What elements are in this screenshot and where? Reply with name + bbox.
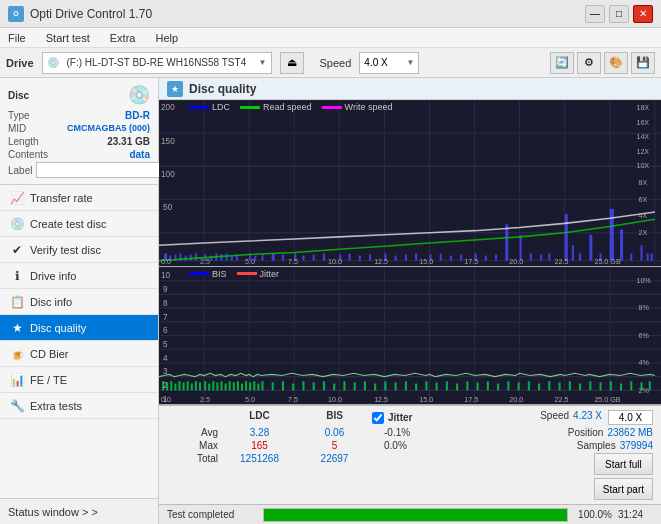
svg-rect-180 bbox=[649, 381, 651, 390]
total-row: Total 1251268 22697 Start full Start par… bbox=[159, 452, 661, 501]
svg-rect-130 bbox=[212, 381, 214, 390]
nav-label-drive-info: Drive info bbox=[30, 270, 76, 282]
svg-rect-65 bbox=[589, 235, 592, 261]
avg-bis: 0.06 bbox=[297, 427, 372, 438]
extra-tests-icon: 🔧 bbox=[10, 399, 24, 413]
label-input[interactable] bbox=[36, 162, 169, 178]
type-value: BD-R bbox=[125, 110, 150, 121]
max-row: Max 165 5 0.0% Samples 379994 bbox=[159, 439, 661, 452]
disc-type-row: Type BD-R bbox=[8, 110, 150, 121]
svg-rect-134 bbox=[229, 381, 231, 390]
svg-rect-53 bbox=[460, 255, 462, 261]
svg-text:10: 10 bbox=[161, 270, 170, 281]
svg-text:8%: 8% bbox=[638, 303, 649, 312]
disc-quality-title: Disc quality bbox=[189, 82, 256, 96]
eject-button[interactable]: ⏏ bbox=[280, 52, 304, 74]
length-label: Length bbox=[8, 136, 39, 147]
total-ldc: 1251268 bbox=[222, 453, 297, 500]
svg-text:2%: 2% bbox=[638, 385, 649, 394]
save-icon[interactable]: 💾 bbox=[631, 52, 655, 74]
svg-rect-172 bbox=[569, 381, 571, 390]
max-ldc: 165 bbox=[222, 440, 297, 451]
svg-text:200: 200 bbox=[161, 103, 175, 112]
svg-text:5: 5 bbox=[163, 338, 168, 349]
sidebar-item-verify-test-disc[interactable]: ✔ Verify test disc bbox=[0, 237, 158, 263]
menu-extra[interactable]: Extra bbox=[106, 30, 140, 46]
svg-rect-141 bbox=[257, 383, 259, 390]
sidebar-item-drive-info[interactable]: ℹ Drive info bbox=[0, 263, 158, 289]
sidebar-item-transfer-rate[interactable]: 📈 Transfer rate bbox=[0, 185, 158, 211]
settings-icon[interactable]: ⚙ bbox=[577, 52, 601, 74]
svg-text:12.5: 12.5 bbox=[374, 394, 388, 403]
svg-rect-61 bbox=[548, 253, 550, 260]
svg-rect-161 bbox=[456, 383, 458, 390]
svg-rect-57 bbox=[505, 224, 508, 260]
svg-rect-127 bbox=[199, 382, 201, 390]
drive-select[interactable]: 💿 (F:) HL-DT-ST BD-RE WH16NS58 TST4 ▼ bbox=[42, 52, 272, 74]
sidebar-item-extra-tests[interactable]: 🔧 Extra tests bbox=[0, 393, 158, 419]
menu-help[interactable]: Help bbox=[151, 30, 182, 46]
status-window-button[interactable]: Status window > > bbox=[0, 498, 158, 524]
svg-rect-152 bbox=[364, 381, 366, 390]
jitter-legend: Jitter bbox=[237, 269, 280, 279]
sidebar-item-disc-info[interactable]: 📋 Disc info bbox=[0, 289, 158, 315]
svg-rect-37 bbox=[282, 255, 284, 261]
disc-header: Disc 💿 bbox=[8, 84, 150, 106]
sidebar-item-fe-te[interactable]: 📊 FE / TE bbox=[0, 367, 158, 393]
svg-text:9: 9 bbox=[163, 284, 168, 295]
svg-text:10.0: 10.0 bbox=[328, 394, 342, 403]
skin-icon[interactable]: 🎨 bbox=[604, 52, 628, 74]
speed-box[interactable]: 4.0 X bbox=[608, 410, 653, 425]
nav-items: 📈 Transfer rate 💿 Create test disc ✔ Ver… bbox=[0, 185, 158, 498]
start-full-button[interactable]: Start full bbox=[594, 453, 653, 475]
drive-label: Drive bbox=[6, 57, 34, 69]
chart2-svg: 10 9 8 7 6 5 4 3 2 1 10% 8% 6% 4% 2% bbox=[159, 267, 661, 404]
svg-text:50: 50 bbox=[163, 203, 173, 212]
position-label: Position bbox=[568, 427, 604, 438]
svg-rect-168 bbox=[528, 381, 530, 390]
svg-rect-71 bbox=[647, 253, 649, 260]
svg-rect-45 bbox=[369, 255, 371, 261]
drive-bar: Drive 💿 (F:) HL-DT-ST BD-RE WH16NS58 TST… bbox=[0, 48, 661, 78]
svg-rect-158 bbox=[425, 381, 427, 390]
svg-rect-132 bbox=[220, 381, 222, 390]
svg-rect-135 bbox=[233, 382, 235, 390]
svg-text:10%: 10% bbox=[636, 276, 651, 285]
svg-text:20.0: 20.0 bbox=[509, 394, 523, 403]
svg-rect-159 bbox=[436, 382, 438, 390]
app-title: Opti Drive Control 1.70 bbox=[30, 7, 152, 21]
minimize-button[interactable]: — bbox=[585, 5, 605, 23]
svg-rect-150 bbox=[343, 381, 345, 390]
menu-start-test[interactable]: Start test bbox=[42, 30, 94, 46]
sidebar-item-disc-quality[interactable]: ★ Disc quality bbox=[0, 315, 158, 341]
speed-select[interactable]: 4.0 X ▼ bbox=[359, 52, 419, 74]
menu-file[interactable]: File bbox=[4, 30, 30, 46]
drive-info-icon: ℹ bbox=[10, 269, 24, 283]
svg-rect-64 bbox=[579, 253, 581, 260]
disc-length-row: Length 23.31 GB bbox=[8, 136, 150, 147]
toolbar: 🔄 ⚙ 🎨 💾 bbox=[550, 52, 655, 74]
jitter-checkbox[interactable] bbox=[372, 412, 384, 424]
svg-rect-55 bbox=[485, 256, 487, 261]
label-label: Label bbox=[8, 165, 32, 176]
svg-rect-166 bbox=[507, 381, 509, 390]
status-completed: Test completed bbox=[167, 509, 257, 520]
svg-text:12X: 12X bbox=[636, 147, 649, 156]
svg-rect-162 bbox=[466, 381, 468, 390]
start-part-button[interactable]: Start part bbox=[594, 478, 653, 500]
contents-label: Contents bbox=[8, 149, 48, 160]
sidebar-item-cd-bier[interactable]: 🍺 CD Bier bbox=[0, 341, 158, 367]
svg-rect-131 bbox=[216, 382, 218, 390]
speed-label: Speed bbox=[320, 57, 352, 69]
refresh-icon[interactable]: 🔄 bbox=[550, 52, 574, 74]
svg-rect-146 bbox=[302, 381, 304, 390]
sidebar-item-create-test-disc[interactable]: 💿 Create test disc bbox=[0, 211, 158, 237]
close-button[interactable]: ✕ bbox=[633, 5, 653, 23]
maximize-button[interactable]: □ bbox=[609, 5, 629, 23]
svg-rect-165 bbox=[497, 383, 499, 390]
svg-text:2X: 2X bbox=[638, 228, 647, 237]
svg-text:7.5: 7.5 bbox=[288, 394, 298, 403]
max-bis: 5 bbox=[297, 440, 372, 451]
svg-rect-48 bbox=[405, 255, 407, 261]
svg-rect-69 bbox=[630, 253, 632, 260]
